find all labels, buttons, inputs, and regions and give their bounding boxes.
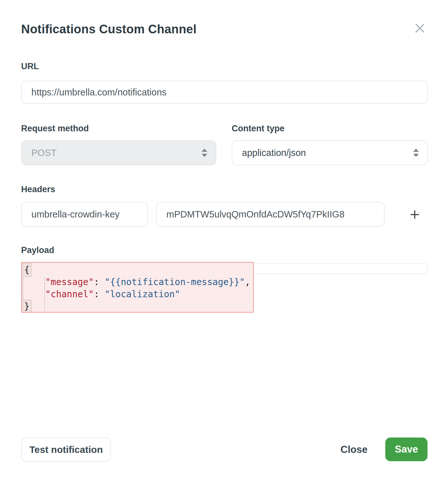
json-value-channel: "localization" <box>105 289 180 299</box>
up-down-arrows-icon <box>201 148 208 158</box>
payload-label: Payload <box>21 245 54 255</box>
header-value-input[interactable] <box>156 202 385 227</box>
open-brace: { <box>24 264 30 276</box>
add-header-button[interactable] <box>405 205 424 224</box>
comma: , <box>245 277 250 287</box>
header-key-input[interactable] <box>21 202 148 227</box>
close-button[interactable] <box>412 20 428 36</box>
page-title: Notifications Custom Channel <box>21 22 196 36</box>
url-input[interactable] <box>21 81 428 104</box>
matching-bracket-highlight: } <box>22 300 31 313</box>
payload-code-editor[interactable]: { "message": "{{notification-message}}",… <box>21 262 254 313</box>
colon: : <box>94 277 105 287</box>
content-type-label: Content type <box>232 124 284 134</box>
code-line-channel: "channel": "localization" <box>24 288 180 300</box>
plus-icon <box>409 209 420 220</box>
up-down-arrows-icon <box>412 148 420 158</box>
bracket-guide-line <box>22 277 23 300</box>
json-value-message: "{{notification-message}}" <box>105 277 245 287</box>
content-type-select[interactable]: application/json <box>232 140 428 165</box>
content-type-value: application/json <box>242 148 306 158</box>
close-brace: } <box>24 300 30 313</box>
url-label: URL <box>21 61 39 71</box>
json-key-channel: "channel" <box>45 289 94 299</box>
close-icon <box>413 22 426 35</box>
close-footer-button[interactable]: Close <box>335 439 373 460</box>
save-button[interactable]: Save <box>385 438 428 461</box>
request-method-value: POST <box>31 148 57 158</box>
matching-bracket-highlight: { <box>22 263 31 277</box>
request-method-select[interactable]: POST <box>21 140 216 165</box>
code-line-message: "message": "{{notification-message}}", <box>24 276 250 288</box>
colon: : <box>94 289 105 299</box>
json-key-message: "message" <box>45 277 94 287</box>
headers-label: Headers <box>21 184 55 194</box>
test-notification-button[interactable]: Test notification <box>21 438 111 462</box>
request-method-label: Request method <box>21 124 89 134</box>
